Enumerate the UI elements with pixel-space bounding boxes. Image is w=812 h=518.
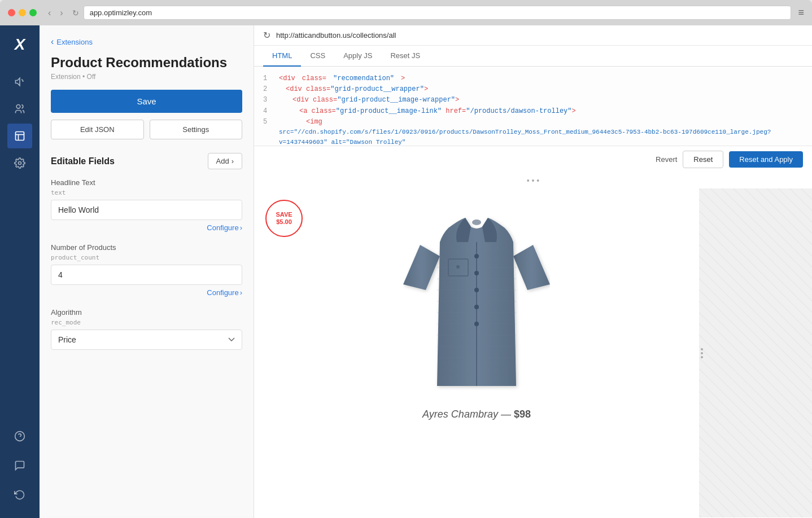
save-badge-line2: $5.00 (276, 218, 292, 226)
app-container: X Extensions Product Recommend (0, 25, 812, 518)
refresh-button[interactable]: ↻ (72, 8, 79, 17)
browser-menu-icon[interactable]: ≡ (798, 7, 804, 19)
preview-dots: • • • (254, 173, 812, 188)
svg-point-4 (19, 162, 21, 165)
save-badge: SAVE $5.00 (265, 200, 303, 237)
browser-titlebar: ‹ › ↻ app.optimizley.com ≡ (0, 0, 812, 25)
product-count-type: product_count (51, 254, 242, 261)
app-logo[interactable]: X (6, 31, 33, 58)
svg-point-10 (474, 288, 479, 292)
svg-point-14 (456, 265, 460, 269)
headline-text-label: Headline Text (51, 178, 242, 187)
headline-text-type: text (51, 189, 242, 196)
product-name-text: Ayres Chambray (422, 409, 498, 420)
nav-bottom (7, 424, 32, 510)
forward-button[interactable]: › (58, 7, 65, 19)
tab-html[interactable]: HTML (263, 46, 301, 67)
extension-status: Extension • Off (51, 73, 242, 81)
code-actions: Revert Reset Reset and Apply (254, 146, 812, 173)
save-badge-line1: SAVE (276, 211, 292, 218)
secondary-buttons: Edit JSON Settings (51, 120, 242, 139)
tab-css[interactable]: CSS (301, 46, 334, 67)
address-bar[interactable]: app.optimizley.com (84, 6, 792, 20)
svg-point-0 (16, 105, 20, 109)
algorithm-type: rec_mode (51, 319, 242, 326)
preview-sidebar (699, 188, 812, 517)
drag-dot-1 (701, 348, 703, 350)
svg-point-12 (474, 322, 479, 326)
save-button[interactable]: Save (51, 90, 242, 113)
back-link[interactable]: Extensions (51, 37, 242, 47)
svg-point-9 (474, 271, 479, 275)
nav-item-settings[interactable] (7, 151, 32, 175)
url-refresh-icon[interactable]: ↻ (263, 30, 270, 41)
drag-handle[interactable] (699, 346, 705, 361)
algorithm-label: Algorithm (51, 308, 242, 317)
algorithm-select[interactable]: Price Popularity Relevance Random (51, 330, 242, 350)
svg-point-33 (472, 220, 481, 225)
preview-content: SAVE $5.00 (254, 188, 812, 517)
browser-dots (8, 9, 37, 16)
add-field-button[interactable]: Add › (208, 153, 242, 169)
svg-rect-1 (16, 132, 24, 141)
code-line-1: 1 <div class="recomendation"> (263, 73, 803, 84)
nav-item-users[interactable] (7, 96, 32, 121)
edit-json-button[interactable]: Edit JSON (51, 120, 144, 139)
tab-apply-js[interactable]: Apply JS (334, 46, 381, 67)
settings-button[interactable]: Settings (150, 120, 243, 139)
code-line-4: 4 <a class="grid-product__image-link" hr… (263, 106, 803, 117)
add-arrow-icon: › (232, 157, 234, 165)
preview-area: • • • SAVE $5.00 (254, 173, 812, 518)
nav-sidebar: X (0, 25, 40, 518)
product-count-configure-link[interactable]: Configure (51, 288, 242, 297)
product-count-field: Number of Products product_count Configu… (51, 243, 242, 297)
nav-item-chat[interactable] (7, 453, 32, 478)
back-button[interactable]: ‹ (46, 7, 53, 19)
svg-point-11 (474, 305, 479, 309)
drag-dot-3 (701, 356, 703, 358)
logo-text: X (15, 36, 25, 54)
headline-configure-link[interactable]: Configure (51, 223, 242, 232)
tab-reset-js[interactable]: Reset JS (381, 46, 429, 67)
product-image-container (381, 200, 573, 403)
svg-point-8 (474, 254, 479, 258)
nav-item-help[interactable] (7, 424, 32, 449)
reset-button[interactable]: Reset (683, 151, 723, 168)
browser-window: ‹ › ↻ app.optimizley.com ≡ (0, 0, 812, 25)
editable-fields-title: Editable Fields (51, 156, 115, 166)
left-panel: Extensions Product Recommendations Exten… (40, 25, 254, 518)
minimize-dot[interactable] (19, 9, 26, 16)
drag-dot-2 (701, 352, 703, 354)
product-image (403, 211, 550, 392)
code-line-5: 5 <img (263, 117, 803, 128)
right-panel: ↻ http://atticandbutton.us/collections/a… (254, 25, 812, 518)
nav-item-layout[interactable] (7, 124, 32, 148)
revert-button[interactable]: Revert (656, 155, 677, 164)
panel-title: Product Recommendations (51, 55, 242, 71)
headline-text-input[interactable] (51, 200, 242, 220)
product-name: Ayres Chambray — $98 (422, 409, 531, 420)
add-label: Add (216, 157, 229, 165)
product-count-label: Number of Products (51, 243, 242, 252)
nav-item-megaphone[interactable] (7, 69, 32, 94)
editable-fields-header: Editable Fields Add › (51, 153, 242, 169)
code-line-3: 3 <div class="grid-product__image-wrappe… (263, 95, 803, 106)
nav-item-undo[interactable] (7, 482, 32, 507)
close-dot[interactable] (8, 9, 15, 16)
url-bar: ↻ http://atticandbutton.us/collections/a… (254, 25, 812, 46)
browser-nav: ‹ › (46, 7, 66, 19)
editor-tabs: HTML CSS Apply JS Reset JS (254, 46, 812, 67)
product-price: $98 (514, 409, 531, 420)
headline-text-field: Headline Text text Configure (51, 178, 242, 232)
maximize-dot[interactable] (29, 9, 37, 16)
algorithm-field: Algorithm rec_mode Price Popularity Rele… (51, 308, 242, 350)
preview-main: SAVE $5.00 (254, 188, 699, 517)
reset-apply-button[interactable]: Reset and Apply (729, 151, 803, 168)
code-editor[interactable]: 1 <div class="recomendation"> 2 <div cla… (254, 67, 812, 146)
product-count-input[interactable] (51, 265, 242, 285)
code-line-2: 2 <div class="grid-product__wrapper"> (263, 84, 803, 95)
preview-url: http://atticandbutton.us/collections/all (276, 31, 396, 39)
code-line-overflow: src="//cdn.shopify.com/s/files/1/0923/09… (263, 128, 803, 146)
address-bar-text: app.optimizley.com (90, 8, 152, 17)
